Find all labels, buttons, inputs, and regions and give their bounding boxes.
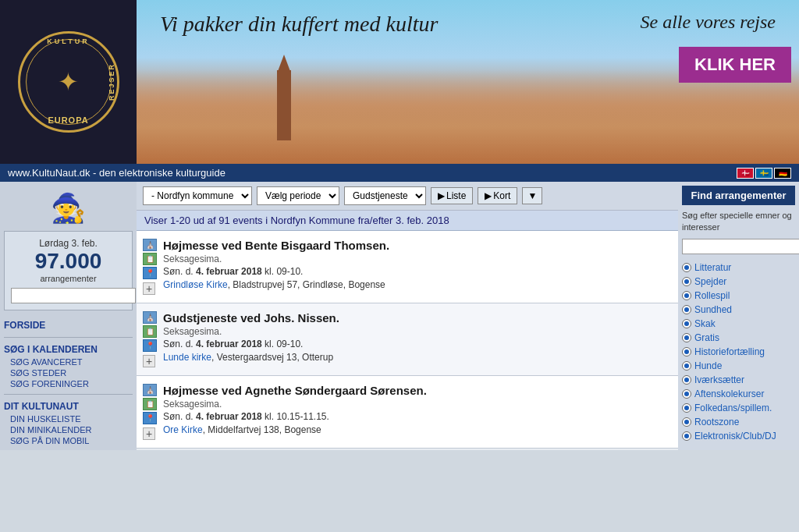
interest-item-1[interactable]: Spejder (682, 275, 795, 289)
event-location-link-3[interactable]: Ore Kirke (163, 424, 203, 435)
nav-mini-calendar[interactable]: DIN MINIKALENDER (4, 424, 133, 435)
events-label: arrangementer (11, 274, 126, 283)
interest-item-7[interactable]: Hunde (682, 359, 795, 373)
left-sidebar: 🧙 Lørdag 3. feb. 97.000 arrangementer Sø… (0, 182, 137, 450)
map-view-button[interactable]: ▶ Kort (478, 187, 517, 204)
interest-label: Historiefortælling (694, 346, 765, 357)
compass-star-icon: ✦ (58, 67, 79, 97)
event-title-3: Højmesse ved Agnethe Søndergaard Sørense… (163, 384, 672, 397)
interest-label: Gratis (694, 332, 719, 343)
subheader-text: www.KultuNaut.dk - den elektroniske kult… (8, 167, 225, 179)
radio-dot-icon (682, 403, 691, 413)
list-icon: ▶ (438, 190, 445, 201)
logo-compass: ✦ (18, 31, 119, 133)
tower-icon (277, 70, 291, 140)
radio-dot-icon (682, 389, 691, 399)
event-time-1: kl. 09-10. (265, 266, 303, 277)
event-location-row-1: Grindløse Kirke, Bladstrupvej 57, Grindl… (163, 278, 672, 290)
nav-search-places[interactable]: SØG STEDER (4, 367, 133, 378)
interest-item-6[interactable]: Historiefortælling (682, 345, 795, 359)
map-icon: ▶ (485, 190, 492, 201)
interest-label: Rollespil (694, 290, 730, 301)
interest-item-3[interactable]: Sundhed (682, 303, 795, 317)
flag-se-icon: 🇸🇪 (755, 168, 772, 179)
interest-item-5[interactable]: Gratis (682, 331, 795, 345)
date-label: Lørdag 3. feb. (11, 238, 126, 249)
interest-item-12[interactable]: Elektronisk/Club/DJ (682, 429, 795, 443)
event-info-1: Højmesse ved Bente Bisgaard Thomsen. Sek… (163, 239, 672, 290)
radio-dot-icon (682, 417, 691, 427)
municipality-select[interactable]: - Nordfyn kommune (143, 186, 252, 205)
nav-search-groups[interactable]: SØG FORENINGER (4, 378, 133, 389)
radio-dot-icon (682, 375, 691, 385)
table-row: ⛪ 📋 📍 + Højmesse ved Bente Bisgaard Thom… (137, 231, 678, 303)
event-title-2: Gudstjeneste ved Johs. Nissen. (163, 311, 672, 325)
interest-label: Skak (694, 318, 716, 329)
event-date-1: Søn. d. 4. februar 2018 kl. 09-10. (163, 266, 672, 277)
event-date-bold-1: 4. februar 2018 (196, 266, 262, 277)
event-location-link-2[interactable]: Lunde kirke (163, 352, 211, 363)
interest-item-4[interactable]: Skak (682, 317, 795, 331)
interest-item-8[interactable]: Iværksætter (682, 373, 795, 387)
event-location-rest-3: , Middelfartvej 138, Bogense (203, 424, 321, 435)
logo[interactable]: KULTUR REJSER EUROPA ✦ (18, 31, 119, 133)
radio-dot-icon (682, 291, 691, 300)
event-icon-info-2: 📋 (143, 325, 157, 338)
interest-label: Hunde (694, 360, 722, 371)
list-view-button[interactable]: ▶ Liste (431, 187, 473, 204)
nav-mobile[interactable]: SØG PÅ DIN MOBIL (4, 435, 133, 446)
nav-my-kultunaut[interactable]: DIT KULTUNAUT (4, 399, 133, 413)
nav-forside[interactable]: FORSIDE (4, 318, 133, 332)
radio-dot-icon (682, 333, 691, 342)
nav-search-advanced[interactable]: SØG AVANCERET (4, 356, 133, 367)
right-sidebar-subtitle: Søg efter specielle emner og interesser (682, 210, 795, 234)
radio-dot-icon (682, 305, 691, 314)
flag-dk-icon: 🇩🇰 (737, 168, 754, 179)
event-date-prefix-2: Søn. d. (163, 339, 194, 349)
interest-item-0[interactable]: Litteratur (682, 261, 795, 275)
banner: Vi pakker din kuffert med kultur Se alle… (137, 0, 799, 164)
interest-item-11[interactable]: Rootszone (682, 415, 795, 429)
interest-item-10[interactable]: Folkedans/spillem. (682, 401, 795, 415)
interest-label: Elektronisk/Club/DJ (694, 431, 776, 442)
results-bar: Viser 1-20 ud af 91 events i Nordfyn Kom… (137, 211, 678, 231)
event-subtitle-2: Seksagesima. (163, 326, 672, 337)
interest-item-2[interactable]: Rollespil (682, 289, 795, 303)
sidebar-search-input[interactable] (11, 288, 136, 303)
center-content: - Nordfyn kommune Vælg periode Gudstjene… (137, 182, 678, 450)
nav-divider-1 (4, 337, 133, 338)
right-search-row: Søg (682, 239, 795, 254)
event-list: ⛪ 📋 📍 + Højmesse ved Bente Bisgaard Thom… (137, 231, 678, 449)
right-sidebar-title: Find arrangementer (682, 186, 795, 205)
event-add-button-2[interactable]: + (143, 355, 155, 367)
event-icon-location: 📍 (143, 267, 157, 279)
event-info-3: Højmesse ved Agnethe Søndergaard Sørense… (163, 384, 672, 435)
event-icon-info: 📋 (143, 253, 157, 265)
radio-dot-icon (682, 319, 691, 328)
event-icon-church: ⛪ (143, 239, 157, 251)
interest-label: Aftenskolekurser (694, 388, 764, 399)
event-location-link-1[interactable]: Grindløse Kirke (163, 279, 228, 290)
period-select[interactable]: Vælg periode (257, 186, 339, 205)
event-icons-3: ⛪ 📋 📍 + (143, 384, 157, 440)
event-date-bold-2: 4. februar 2018 (196, 339, 262, 349)
radio-dot-icon (682, 277, 691, 286)
table-row: ⛪ 📋 📍 + Gudstjeneste ved Johs. Nissen. S… (137, 303, 678, 376)
nav-divider-2 (4, 394, 133, 395)
more-options-button[interactable]: ▼ (522, 187, 542, 204)
category-select[interactable]: Gudstjeneste (344, 186, 426, 205)
right-sidebar: Find arrangementer Søg efter specielle e… (678, 182, 799, 450)
banner-subtitle: Se alle vores rejse (641, 12, 776, 33)
event-icons-2: ⛪ 📋 📍 + (143, 311, 157, 367)
event-add-button-3[interactable]: + (143, 427, 155, 440)
event-add-button[interactable]: + (143, 282, 155, 295)
right-search-input[interactable] (682, 239, 799, 254)
nav-search-calendar[interactable]: SØG I KALENDEREN (4, 342, 133, 356)
banner-title: Vi pakker din kuffert med kultur (160, 12, 438, 37)
main-layout: 🧙 Lørdag 3. feb. 97.000 arrangementer Sø… (0, 182, 799, 450)
banner-cta-button[interactable]: KLIK HER (679, 47, 791, 83)
nav-wishlist[interactable]: DIN HUSKELISTE (4, 413, 133, 424)
interest-item-9[interactable]: Aftenskolekurser (682, 387, 795, 401)
event-date-prefix-1: Søn. d. (163, 266, 194, 277)
radio-dot-icon (682, 263, 691, 272)
